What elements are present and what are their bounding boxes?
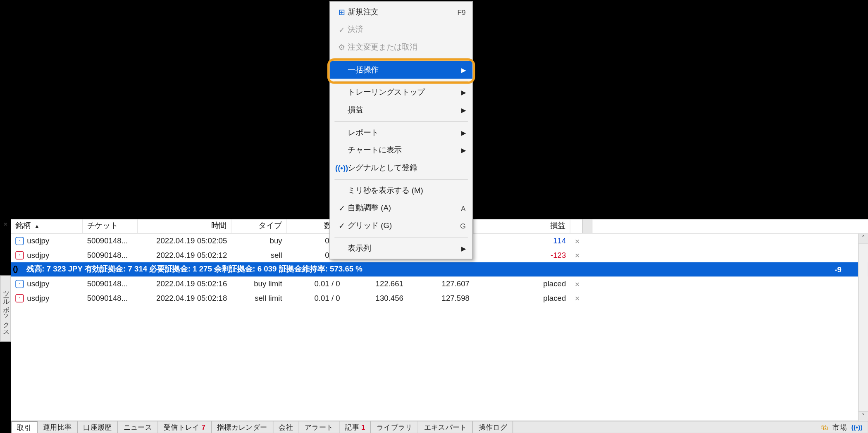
- tab-記事[interactable]: 記事1: [339, 421, 371, 433]
- menu-show-ms-label: ミリ秒を表示する (M): [348, 186, 465, 195]
- check-icon: ✓: [336, 221, 348, 230]
- tab-label: ニュース: [124, 422, 152, 432]
- cell-pl: placed: [474, 279, 570, 288]
- close-position-icon[interactable]: ×: [570, 279, 582, 288]
- signal-icon[interactable]: ((•)): [851, 423, 863, 431]
- tab-ライブラリ[interactable]: ライブラリ: [371, 421, 419, 433]
- menu-close-pos: ✓ 決済: [330, 21, 472, 39]
- menu-trailing-stop[interactable]: トレーリングストップ ▶: [330, 84, 472, 102]
- menu-autofit-label: 自動調整 (A): [348, 203, 461, 213]
- scroll-up-icon[interactable]: ˄: [858, 233, 868, 243]
- summary-text: 残高: 7 323 JPY 有効証拠金: 7 314 必要証拠金: 1 275 …: [22, 264, 749, 274]
- menu-show-chart[interactable]: チャートに表示 ▶: [330, 142, 472, 159]
- tab-操作ログ[interactable]: 操作ログ: [473, 421, 513, 433]
- col-symbol-label: 銘柄: [15, 221, 31, 230]
- new-order-icon: ⊞: [336, 8, 348, 17]
- menu-profit-loss[interactable]: 損益 ▶: [330, 101, 472, 119]
- cell-pl: -123: [474, 251, 570, 259]
- panel-close-icon[interactable]: ×: [1, 220, 10, 229]
- col-symbol[interactable]: 銘柄▲: [11, 219, 83, 233]
- menu-trailing-label: トレーリングストップ: [348, 88, 461, 98]
- tab-ニュース[interactable]: ニュース: [118, 421, 158, 433]
- cell-price1: 130.456: [344, 294, 408, 302]
- cell-symbol: ·usdjpy: [11, 294, 83, 302]
- menu-bulk-operations[interactable]: 一括操作 ▶: [330, 61, 472, 79]
- cell-time: 2022.04.19 05:02:18: [138, 294, 231, 302]
- tab-label: 口座履歴: [83, 422, 112, 432]
- cell-price1: 122.661: [344, 279, 408, 288]
- menu-grid[interactable]: ✓ グリッド (G) G: [330, 217, 472, 235]
- context-menu: ⊞ 新規注文 F9 ✓ 決済 ⚙ 注文変更または取消 一括操作 ▶ トレーリング…: [329, 1, 473, 259]
- tab-受信トレイ[interactable]: 受信トレイ7: [158, 421, 212, 433]
- cell-type: buy: [231, 236, 286, 245]
- cell-time: 2022.04.19 05:02:05: [138, 236, 231, 245]
- sell-icon: ·: [15, 251, 24, 259]
- menu-new-order[interactable]: ⊞ 新規注文 F9: [330, 3, 472, 21]
- menu-report[interactable]: レポート ▶: [330, 124, 472, 142]
- tab-label: 会社: [279, 422, 293, 432]
- cell-ticket: 50090148...: [83, 294, 138, 302]
- cell-ticket: 50090148...: [83, 279, 138, 288]
- menu-separator: [334, 179, 468, 179]
- tab-アラート[interactable]: アラート: [299, 421, 339, 433]
- col-time[interactable]: 時間: [138, 219, 231, 233]
- cell-type: buy limit: [231, 279, 286, 288]
- cell-symbol: ·usdjpy: [11, 236, 83, 245]
- menu-grid-accel: G: [460, 222, 465, 230]
- submenu-arrow-icon: ▶: [461, 67, 466, 74]
- submenu-arrow-icon: ▶: [461, 147, 466, 154]
- menu-grid-label: グリッド (G): [348, 221, 460, 231]
- summary-row[interactable]: 残高: 7 323 JPY 有効証拠金: 7 314 必要証拠金: 1 275 …: [11, 262, 868, 277]
- cell-type: sell: [231, 251, 286, 259]
- close-position-icon[interactable]: ×: [570, 236, 582, 245]
- tab-運用比率[interactable]: 運用比率: [38, 421, 78, 433]
- menu-separator: [334, 237, 468, 237]
- tab-label: ライブラリ: [377, 422, 413, 432]
- col-type[interactable]: タイプ: [231, 219, 286, 233]
- tab-会社[interactable]: 会社: [273, 421, 299, 433]
- col-pl[interactable]: 損益: [474, 219, 570, 233]
- col-actions: [570, 219, 582, 233]
- close-position-icon[interactable]: ×: [570, 250, 582, 260]
- menu-show-chart-label: チャートに表示: [348, 145, 461, 155]
- summary-pl: -9: [749, 265, 846, 274]
- tab-label: 取引: [17, 423, 31, 433]
- tab-取引[interactable]: 取引: [11, 421, 38, 433]
- scroll-down-icon[interactable]: ˅: [858, 411, 868, 421]
- menu-bulk-label: 一括操作: [348, 65, 461, 75]
- menu-autofit-accel: A: [461, 204, 466, 212]
- menu-show-ms[interactable]: ミリ秒を表示する (M): [330, 182, 472, 200]
- market-bag-icon[interactable]: 🛍: [820, 423, 828, 431]
- menu-columns[interactable]: 表示列 ▶: [330, 240, 472, 257]
- menu-autofit[interactable]: ✓ 自動調整 (A) A: [330, 200, 472, 217]
- sell-icon: ·: [15, 294, 24, 302]
- bottom-tabs: 取引運用比率口座履歴ニュース受信トレイ7指標カレンダー会社アラート記事1ライブラ…: [11, 421, 868, 433]
- table-row[interactable]: ·usdjpy50090148...2022.04.19 05:02:18sel…: [11, 291, 868, 305]
- tabs-right: 🛍 市場 ((•)): [820, 422, 868, 432]
- sort-asc-icon: ▲: [34, 223, 40, 229]
- cell-ticket: 50090148...: [83, 236, 138, 245]
- submenu-arrow-icon: ▶: [461, 89, 466, 96]
- cell-time: 2022.04.19 05:02:16: [138, 279, 231, 288]
- buy-icon: ·: [15, 237, 24, 245]
- menu-new-order-accel: F9: [457, 8, 465, 16]
- close-position-icon[interactable]: ×: [570, 293, 582, 303]
- tab-口座履歴[interactable]: 口座履歴: [78, 421, 118, 433]
- menu-register-signal[interactable]: ((•)) シグナルとして登録: [330, 159, 472, 177]
- menu-report-label: レポート: [348, 128, 461, 138]
- toolbox-side-label[interactable]: ツールボックス: [0, 276, 11, 342]
- tab-指標カレンダー[interactable]: 指標カレンダー: [212, 421, 273, 433]
- menu-modify-order: ⚙ 注文変更または取消: [330, 38, 472, 56]
- submenu-arrow-icon: ▶: [461, 129, 466, 136]
- tab-エキスパート[interactable]: エキスパート: [418, 421, 473, 433]
- cell-volume: 0.01 / 0: [286, 294, 344, 302]
- cell-type: sell limit: [231, 294, 286, 302]
- table-row[interactable]: ·usdjpy50090148...2022.04.19 05:02:16buy…: [11, 276, 868, 291]
- menu-separator: [334, 121, 468, 121]
- cell-price: 127.598: [408, 294, 474, 302]
- market-label[interactable]: 市場: [832, 422, 847, 432]
- vertical-scrollbar[interactable]: ˄ ˅: [858, 233, 868, 421]
- cell-pl: placed: [474, 294, 570, 302]
- menu-pl-label: 損益: [348, 105, 461, 115]
- col-ticket[interactable]: チケット: [83, 219, 138, 233]
